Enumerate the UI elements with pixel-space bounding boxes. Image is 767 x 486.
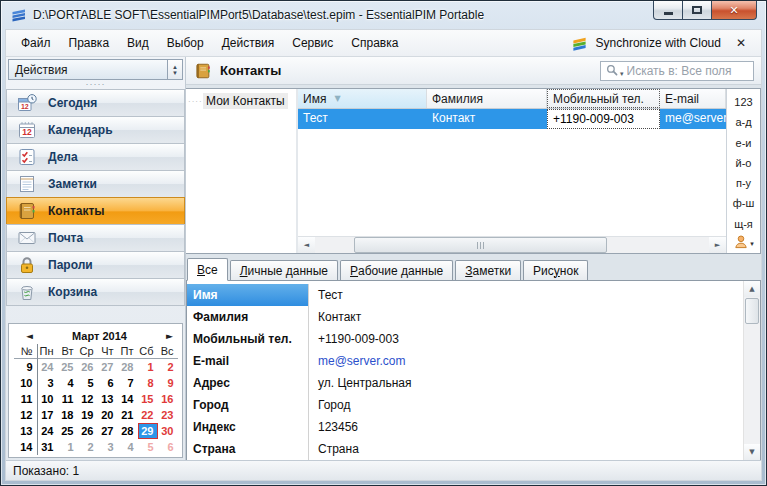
menu-item[interactable]: Выбор: [158, 32, 213, 54]
sidebar-item-contacts[interactable]: Контакты: [6, 197, 185, 225]
calendar-day[interactable]: 28: [118, 359, 138, 375]
calendar-day[interactable]: 16: [158, 391, 178, 407]
menu-item[interactable]: Вид: [118, 32, 158, 54]
maximize-button[interactable]: [682, 1, 712, 20]
calendar-day[interactable]: 5: [138, 439, 158, 455]
calendar-day[interactable]: 2: [158, 359, 178, 375]
calendar-day[interactable]: 21: [118, 407, 138, 423]
column-header-name[interactable]: Имя ▼: [298, 89, 427, 108]
spinner-down-icon[interactable]: ▼: [172, 70, 178, 76]
calendar-day[interactable]: 14: [118, 391, 138, 407]
calendar-day[interactable]: 11: [58, 391, 78, 407]
splitter-handle[interactable]: ·····: [6, 80, 185, 89]
sidebar-item-notes[interactable]: Заметки: [6, 170, 185, 198]
menu-item[interactable]: Правка: [60, 32, 119, 54]
scroll-right-icon[interactable]: ►: [709, 237, 726, 253]
tab-picture[interactable]: Рисунок: [523, 260, 588, 280]
cell-email[interactable]: me@server.com: [660, 109, 726, 129]
calendar-prev-icon[interactable]: ◄: [22, 331, 37, 341]
cell-name[interactable]: Тест: [298, 109, 427, 129]
calendar-selected-day[interactable]: 29: [138, 423, 158, 439]
menu-item[interactable]: Действия: [213, 32, 284, 54]
sidebar-item-today[interactable]: 12Сегодня: [6, 89, 185, 117]
contact-filter-button[interactable]: ▾: [733, 234, 754, 250]
actions-spinner[interactable]: ▲ ▼: [167, 60, 182, 79]
alphabet-item[interactable]: щ-я: [734, 214, 753, 234]
sidebar-item-calendar[interactable]: 12Календарь: [6, 116, 185, 144]
calendar-next-icon[interactable]: ►: [162, 331, 177, 341]
alphabet-item[interactable]: п-у: [736, 173, 751, 193]
calendar-day[interactable]: 6: [158, 439, 178, 455]
sync-with-cloud-button[interactable]: Synchronize with Cloud: [596, 36, 721, 50]
calendar-day[interactable]: 24: [38, 423, 58, 439]
menu-item[interactable]: Справка: [342, 32, 407, 54]
scroll-up-icon[interactable]: ▲: [744, 281, 760, 297]
calendar-day[interactable]: 27: [98, 423, 118, 439]
close-button[interactable]: ✕: [711, 1, 757, 20]
tab-notes[interactable]: Заметки: [455, 260, 521, 280]
menu-item[interactable]: Файл: [12, 32, 60, 54]
search-icon[interactable]: [606, 64, 619, 77]
titlebar[interactable]: D:\PORTABLE SOFT\EssentialPIMPort5\Datab…: [1, 1, 766, 29]
calendar-day[interactable]: 4: [118, 439, 138, 455]
calendar-day[interactable]: 8: [138, 375, 158, 391]
alphabet-item[interactable]: а-д: [735, 112, 751, 132]
calendar-day[interactable]: 20: [98, 407, 118, 423]
calendar-day[interactable]: 19: [78, 407, 98, 423]
calendar-day[interactable]: 26: [78, 423, 98, 439]
tab-work-data[interactable]: Рабочие данные: [340, 260, 453, 280]
calendar-day[interactable]: 24: [38, 359, 58, 375]
calendar-day[interactable]: 10: [38, 391, 58, 407]
calendar-day[interactable]: 2: [78, 439, 98, 455]
calendar-day[interactable]: 7: [118, 375, 138, 391]
tree-item-my-contacts[interactable]: ····· Мои Контакты: [186, 93, 296, 109]
horizontal-scrollbar[interactable]: ◄ ►: [298, 236, 726, 253]
alphabet-item[interactable]: й-о: [736, 153, 752, 173]
alphabet-item[interactable]: ф-ш: [733, 193, 755, 213]
calendar-day[interactable]: 3: [38, 375, 58, 391]
sidebar-item-trash[interactable]: Корзина: [6, 278, 185, 306]
scroll-left-icon[interactable]: ◄: [298, 237, 315, 253]
calendar-day[interactable]: 12: [78, 391, 98, 407]
sidebar-item-passwords[interactable]: Пароли: [6, 251, 185, 279]
search-input[interactable]: ▾ Искать в: Все поля: [600, 61, 754, 81]
scrollbar-track[interactable]: [744, 325, 760, 444]
scroll-down-icon[interactable]: ▼: [744, 444, 760, 460]
tree-item-label[interactable]: Мои Контакты: [203, 93, 288, 109]
alphabet-item[interactable]: е-и: [736, 133, 752, 153]
scrollbar-thumb[interactable]: [745, 298, 759, 324]
calendar-day[interactable]: 13: [98, 391, 118, 407]
calendar-day[interactable]: 28: [118, 423, 138, 439]
column-header-mobile[interactable]: Мобильный тел.: [547, 89, 660, 108]
toolbar-close-icon[interactable]: ✕: [729, 34, 753, 52]
calendar-day[interactable]: 6: [98, 375, 118, 391]
column-header-email[interactable]: E-mail: [660, 89, 726, 108]
calendar-day[interactable]: 17: [38, 407, 58, 423]
scrollbar-thumb[interactable]: [354, 237, 606, 253]
calendar-day[interactable]: 25: [58, 423, 78, 439]
calendar-day[interactable]: 22: [138, 407, 158, 423]
sidebar-item-tasks[interactable]: Дела: [6, 143, 185, 171]
calendar-day[interactable]: 30: [158, 423, 178, 439]
tab-all[interactable]: Все: [187, 258, 228, 281]
actions-dropdown[interactable]: Действия ▲ ▼: [8, 59, 183, 80]
calendar-day[interactable]: 5: [78, 375, 98, 391]
cell-surname[interactable]: Контакт: [427, 109, 547, 129]
calendar-day[interactable]: 26: [78, 359, 98, 375]
minimize-button[interactable]: [653, 1, 683, 20]
menu-item[interactable]: Сервис: [283, 32, 342, 54]
calendar-day[interactable]: 1: [58, 439, 78, 455]
sidebar-item-mail[interactable]: Почта: [6, 224, 185, 252]
tab-personal-data[interactable]: Личные данные: [230, 260, 338, 280]
calendar-day[interactable]: 18: [58, 407, 78, 423]
detail-value[interactable]: me@server.com: [309, 350, 743, 372]
search-dropdown-icon[interactable]: ▾: [620, 70, 624, 78]
scrollbar-track[interactable]: [315, 237, 709, 253]
calendar-day[interactable]: 4: [58, 375, 78, 391]
calendar-day[interactable]: 15: [138, 391, 158, 407]
calendar-day[interactable]: 1: [138, 359, 158, 375]
column-header-surname[interactable]: Фамилия: [427, 89, 547, 108]
calendar-day[interactable]: 25: [58, 359, 78, 375]
calendar-day[interactable]: 23: [158, 407, 178, 423]
calendar-day[interactable]: 27: [98, 359, 118, 375]
